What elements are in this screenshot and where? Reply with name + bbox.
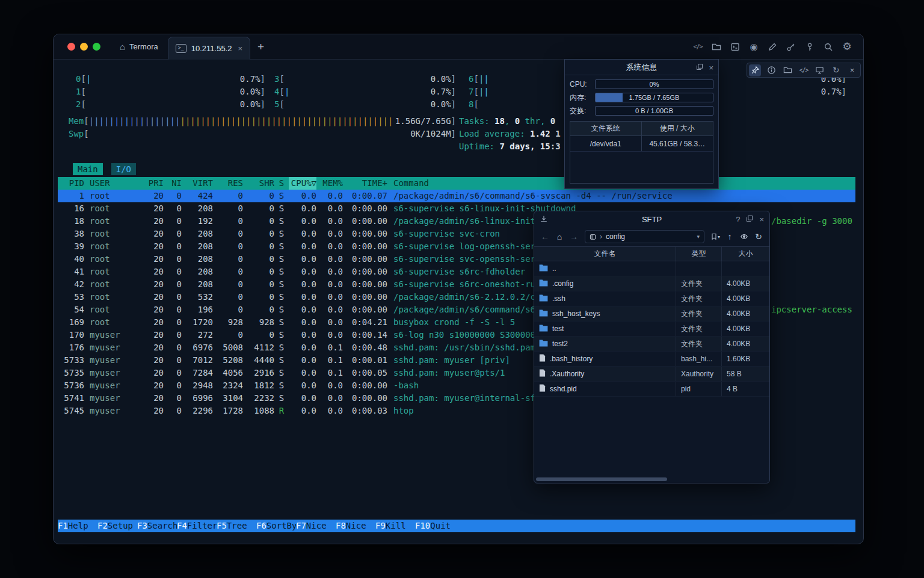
column-header-time[interactable]: TIME+ xyxy=(343,177,387,190)
fnkey-f6[interactable]: F6SortBy xyxy=(256,520,296,532)
column-header-type[interactable]: 类型 xyxy=(676,247,721,261)
help-icon[interactable]: ? xyxy=(736,215,740,224)
new-tab-button[interactable]: + xyxy=(250,40,271,54)
file-row[interactable]: .. xyxy=(534,261,769,276)
tab-ssh-session[interactable]: >_ 10.211.55.2 × xyxy=(168,37,250,60)
upload-icon[interactable]: ↑ xyxy=(723,230,736,243)
log-icon[interactable] xyxy=(730,42,741,52)
search-icon[interactable] xyxy=(823,42,834,52)
column-header-pid[interactable]: PID xyxy=(58,177,84,190)
edit-icon[interactable] xyxy=(767,42,778,52)
tab-termora-home[interactable]: ⌂ Termora xyxy=(110,34,168,59)
refresh-icon[interactable]: ↻ xyxy=(752,230,765,243)
settings-gear-icon[interactable]: ⚙ xyxy=(842,42,852,52)
column-header-mem[interactable]: MEM% xyxy=(316,177,343,190)
filesystem-row: /dev/vda145.61GB / 58.3… xyxy=(570,136,713,152)
column-header-ni[interactable]: NI xyxy=(164,177,182,190)
open-in-new-icon[interactable] xyxy=(746,215,753,224)
swap-usage-value: 0 B / 1.00GB xyxy=(596,107,713,115)
process-row[interactable]: 1root20042400S0.00.00:00.07/package/admi… xyxy=(58,190,855,202)
swap-usage-bar: 0 B / 1.00GB xyxy=(595,106,713,116)
file-type: Xauthority xyxy=(676,367,721,381)
sftp-titlebar: SFTP ? × xyxy=(534,211,769,227)
fnkey-f8[interactable]: F8Nice + xyxy=(336,520,375,532)
htop-tab-io[interactable]: I/O xyxy=(111,163,136,175)
fnkey-f1[interactable]: F1Help xyxy=(58,520,97,532)
column-header-virt[interactable]: VIRT xyxy=(182,177,213,190)
file-type xyxy=(676,261,721,276)
cpu-meter-3: 3[0.0%] xyxy=(274,73,456,85)
file-row[interactable]: .bash_historybash_hi...1.60KB xyxy=(534,352,769,367)
fnkey-f2[interactable]: F2Setup xyxy=(97,520,137,532)
file-type: 文件夹 xyxy=(676,322,721,336)
file-type: bash_hi... xyxy=(676,352,721,366)
close-icon[interactable]: × xyxy=(709,63,713,72)
keyhole-icon[interactable] xyxy=(804,42,815,52)
column-header-user[interactable]: USER xyxy=(84,177,143,190)
file-row[interactable]: sshd.pidpid4 B xyxy=(534,382,769,397)
file-row[interactable]: .XauthorityXauthority58 B xyxy=(534,367,769,382)
file-size: 4.00KB xyxy=(721,337,769,351)
display-icon[interactable] xyxy=(814,64,826,76)
folder-icon[interactable] xyxy=(711,42,722,52)
fnkey-f10[interactable]: F10Quit xyxy=(415,520,461,532)
file-row[interactable]: test2文件夹4.00KB xyxy=(534,337,769,352)
cpu-label: CPU: xyxy=(570,80,591,89)
show-hidden-eye-icon[interactable] xyxy=(738,230,751,243)
fnkey-f9[interactable]: F9Kill xyxy=(375,520,415,532)
pin-icon[interactable] xyxy=(749,64,761,76)
forward-icon[interactable]: → xyxy=(567,230,581,243)
sftp-toolbar: ← ⌂ → › config ▾ ▾ ↑ ↻ xyxy=(534,227,769,246)
column-header-pri[interactable]: PRI xyxy=(143,177,164,190)
column-header-shr[interactable]: SHR xyxy=(243,177,274,190)
folder-icon xyxy=(539,340,548,347)
bookmark-icon[interactable]: ▾ xyxy=(709,230,722,243)
open-in-new-icon[interactable] xyxy=(696,63,703,72)
folder-icon xyxy=(539,279,548,287)
close-icon[interactable]: × xyxy=(759,215,764,224)
home-icon[interactable]: ⌂ xyxy=(553,230,566,243)
file-icon xyxy=(539,354,546,364)
column-header-state[interactable]: S xyxy=(274,177,289,190)
back-icon[interactable]: ← xyxy=(538,230,552,243)
info-icon[interactable] xyxy=(765,64,777,76)
file-row[interactable]: .config文件夹4.00KB xyxy=(534,276,769,291)
fnkey-f5[interactable]: F5Tree xyxy=(217,520,256,532)
code-icon[interactable]: </> xyxy=(798,64,810,76)
file-row[interactable]: ssh_host_keys文件夹4.00KB xyxy=(534,306,769,322)
fnkey-f7[interactable]: F7Nice - xyxy=(296,520,336,532)
fnkey-f4[interactable]: F4Filter xyxy=(177,520,217,532)
close-icon[interactable]: × xyxy=(846,64,858,76)
file-row[interactable]: .ssh文件夹4.00KB xyxy=(534,291,769,306)
file-row[interactable]: test文件夹4.00KB xyxy=(534,322,769,337)
folder-icon[interactable] xyxy=(781,64,793,76)
column-header-res[interactable]: RES xyxy=(213,177,243,190)
memory-label: 内存: xyxy=(570,93,591,103)
memory-meter: Mem[||||||||||||||||||||||||||||||||||||… xyxy=(69,115,456,127)
code-icon[interactable]: </> xyxy=(692,42,703,52)
scrollbar-thumb[interactable] xyxy=(536,477,667,481)
file-icon xyxy=(539,354,546,362)
horizontal-scrollbar[interactable] xyxy=(534,476,769,483)
file-icon xyxy=(539,369,546,379)
zoom-window-button[interactable] xyxy=(93,43,100,51)
chevron-down-icon[interactable]: ▾ xyxy=(697,234,700,240)
column-header-size[interactable]: 大小 xyxy=(721,247,769,261)
column-header-cpu-sort[interactable]: CPU%▽ xyxy=(289,177,316,190)
download-icon[interactable] xyxy=(540,211,548,227)
column-header-filename[interactable]: 文件名 xyxy=(534,247,676,261)
cpu-usage-value: 0% xyxy=(596,80,713,89)
current-directory: config xyxy=(606,232,625,241)
cpu-meter-1: 1[0.0%] xyxy=(76,85,265,98)
sftp-title: SFTP xyxy=(642,215,662,224)
htop-tab-main[interactable]: Main xyxy=(73,163,103,175)
close-window-button[interactable] xyxy=(67,43,75,51)
path-breadcrumb[interactable]: › config ▾ xyxy=(585,230,704,243)
fnkey-f3[interactable]: F3Search xyxy=(137,520,177,532)
close-tab-icon[interactable]: × xyxy=(238,44,242,53)
fs-column-usage: 使用 / 大小 xyxy=(642,122,713,135)
sync-icon[interactable]: ↻ xyxy=(830,64,842,76)
key-icon[interactable] xyxy=(786,42,796,52)
minimize-window-button[interactable] xyxy=(80,43,88,51)
record-icon[interactable]: ◉ xyxy=(748,42,759,52)
